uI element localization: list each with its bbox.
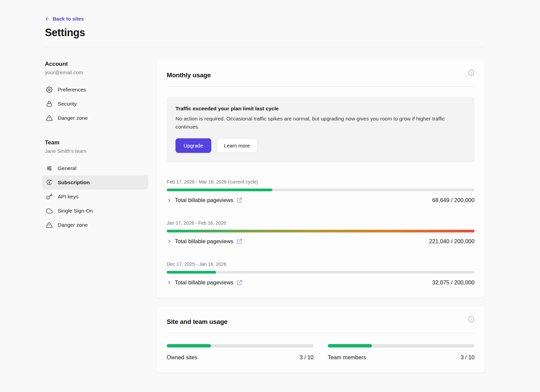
metric-label: Total billable pageviews — [175, 279, 233, 286]
usage-progress-track — [167, 189, 475, 191]
monthly-usage-card: Monthly usage Traffic exceeded your plan… — [157, 60, 485, 298]
metric-label: Total billable pageviews — [175, 238, 233, 245]
usage-progress-fill — [167, 271, 216, 274]
usage-progress-fill — [167, 344, 211, 347]
external-link-icon[interactable] — [237, 197, 242, 203]
usage-value: 221,040 / 200,000 — [429, 238, 475, 245]
chevron-right-icon — [167, 280, 172, 285]
monthly-usage-title: Monthly usage — [167, 69, 211, 79]
account-section: Account your@email.com Preferences Secur… — [45, 61, 148, 125]
page-title: Settings — [45, 27, 485, 39]
external-link-icon[interactable] — [237, 239, 242, 244]
sidebar-item-general[interactable]: General — [42, 161, 148, 175]
sidebar-item-security[interactable]: Security — [42, 97, 148, 111]
usage-progress-fill — [167, 230, 475, 232]
sidebar-item-api-keys[interactable]: API keys — [42, 190, 148, 204]
sidebar-item-label: Danger zone — [58, 115, 88, 121]
svg-text:$: $ — [49, 181, 50, 184]
sidebar-item-account-danger-zone[interactable]: Danger zone — [42, 111, 148, 125]
gear-icon — [46, 86, 53, 93]
usage-cycle: Jan 17, 2026 - Feb 16, 2026 Total billab… — [167, 220, 475, 245]
usage-value: 32,075 / 200,000 — [432, 279, 475, 286]
team-nav: General $ Subscription API keys — [42, 161, 148, 232]
sidebar-item-label: Subscription — [58, 179, 90, 186]
usage-cycle: Feb 17, 2026 - Mar 16, 2026 (current cyc… — [167, 179, 475, 203]
sidebar-item-team-danger-zone[interactable]: Danger zone — [42, 218, 148, 232]
sidebar-item-preferences[interactable]: Preferences — [42, 83, 148, 97]
cycle-period: Jan 17, 2026 - Feb 16, 2026 — [167, 220, 475, 226]
cloud-icon — [46, 207, 53, 214]
metric-label: Total billable pageviews — [175, 197, 233, 203]
billable-pageviews-toggle[interactable]: Total billable pageviews — [167, 197, 242, 203]
usage-progress-track — [328, 344, 475, 347]
sidebar-item-label: Danger zone — [58, 222, 88, 228]
site-team-usage-card: Site and team usage Owned sites 3 / 10 — [157, 307, 485, 373]
usage-progress-fill — [328, 344, 372, 347]
back-link-label: Back to sites — [53, 16, 84, 22]
account-heading: Account — [45, 61, 148, 67]
sidebar-item-label: API keys — [58, 194, 78, 200]
dollar-refresh-icon: $ — [46, 179, 53, 186]
sidebar-item-label: Security — [58, 101, 77, 107]
key-icon — [46, 193, 53, 200]
upgrade-button[interactable]: Upgrade — [176, 138, 211, 153]
traffic-exceeded-notice: Traffic exceeded your plan limit last cy… — [167, 97, 475, 162]
chevron-right-icon — [167, 239, 172, 244]
info-icon[interactable] — [468, 69, 475, 76]
account-nav: Preferences Security Danger zone — [42, 83, 148, 125]
chevron-right-icon — [167, 198, 172, 203]
settings-content: Monthly usage Traffic exceeded your plan… — [157, 47, 485, 373]
card-divider — [167, 86, 475, 87]
meter-value: 3 / 10 — [300, 354, 314, 361]
sidebar-item-label: Single Sign-On — [58, 208, 93, 214]
site-team-usage-title: Site and team usage — [167, 316, 227, 326]
settings-sidebar: Account your@email.com Preferences Secur… — [45, 47, 148, 232]
team-section: Team Jane Smith's team General $ Subscri… — [45, 139, 148, 232]
usage-progress-track — [167, 230, 475, 232]
team-members-meter: Team members 3 / 10 — [328, 344, 475, 361]
team-heading: Team — [45, 139, 148, 146]
sidebar-item-subscription[interactable]: $ Subscription — [42, 175, 148, 190]
billable-pageviews-toggle[interactable]: Total billable pageviews — [167, 279, 242, 286]
billable-pageviews-toggle[interactable]: Total billable pageviews — [167, 238, 242, 245]
external-link-icon[interactable] — [237, 280, 242, 285]
lock-icon — [46, 101, 53, 107]
settings-page: Back to sites Settings Account your@emai… — [0, 0, 540, 373]
usage-progress-track — [167, 271, 475, 274]
sidebar-item-label: Preferences — [58, 87, 86, 93]
arrow-left-icon — [45, 16, 50, 22]
owned-sites-meter: Owned sites 3 / 10 — [167, 344, 314, 361]
team-name: Jane Smith's team — [45, 148, 148, 154]
sliders-icon — [46, 165, 53, 172]
cycle-period: Feb 17, 2026 - Mar 16, 2026 (current cyc… — [167, 179, 475, 185]
info-icon[interactable] — [468, 316, 475, 323]
back-to-sites-link[interactable]: Back to sites — [45, 16, 84, 22]
card-divider — [167, 333, 475, 333]
usage-value: 68,649 / 200,000 — [432, 197, 475, 203]
sidebar-item-single-sign-on[interactable]: Single Sign-On — [42, 204, 148, 218]
usage-cycle: Dec 17, 2025 - Jan 16, 2026 Total billab… — [167, 261, 475, 286]
meter-label: Owned sites — [167, 354, 197, 361]
learn-more-button[interactable]: Learn more — [217, 138, 258, 153]
cycle-period: Dec 17, 2025 - Jan 16, 2026 — [167, 261, 475, 267]
meter-label: Team members — [328, 354, 366, 361]
notice-title: Traffic exceeded your plan limit last cy… — [176, 106, 466, 112]
meter-value: 3 / 10 — [461, 354, 475, 361]
notice-body: No action is required. Occasional traffi… — [176, 115, 466, 131]
usage-progress-track — [167, 344, 314, 347]
warning-triangle-icon — [46, 115, 53, 121]
usage-progress-fill — [167, 189, 272, 191]
warning-triangle-icon — [46, 222, 53, 228]
sidebar-item-label: General — [58, 165, 76, 171]
account-email: your@email.com — [45, 69, 148, 75]
